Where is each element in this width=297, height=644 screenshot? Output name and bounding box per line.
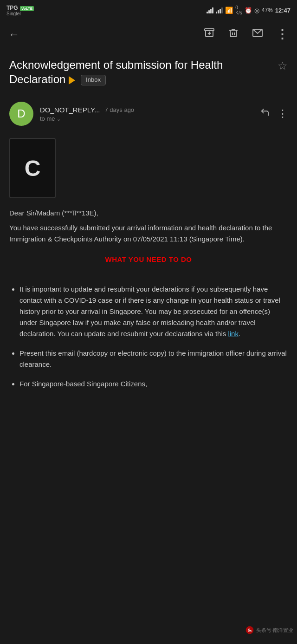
email-subject-row: Acknowledgement of submission for Health… (9, 58, 288, 86)
carrier-name: TPG VoLTE (6, 5, 34, 11)
watermark-icon: 头 (245, 625, 254, 635)
body-paragraph: You have successfully submitted your arr… (9, 222, 288, 245)
bullet-item-2-text: Present this email (hardcopy or electron… (19, 349, 287, 368)
signal-bars-1 (207, 7, 213, 13)
subject-text-line1: Acknowledgement of submission for Health… (9, 59, 223, 85)
sender-name-row: DO_NOT_REPLY... 7 days ago (40, 106, 253, 114)
network-name: Singtel (6, 11, 34, 16)
email-subject: Acknowledgement of submission for Health… (9, 58, 278, 86)
sender-name: DO_NOT_REPLY... (40, 106, 100, 114)
status-right: 📶 0K/s ⏰ ◎ 47% 12:47 (207, 5, 291, 15)
sender-row: D DO_NOT_REPLY... 7 days ago to me ⌄ ⋮ (0, 94, 297, 133)
list-item: It is important to update and resubmit y… (19, 284, 288, 339)
bullet-item-1-period: . (239, 330, 240, 338)
svg-text:头: 头 (247, 628, 252, 632)
list-item: For Singapore-based Singapore Citizens, (19, 378, 288, 390)
carrier-info: TPG VoLTE Singtel (6, 5, 34, 16)
bullet-list: It is important to update and resubmit y… (9, 284, 288, 390)
greeting-text: Dear Sir/Madam (***ĪĪ**13E), (9, 208, 288, 219)
more-options-button[interactable]: ⋮ (274, 26, 291, 44)
delete-button[interactable] (226, 26, 241, 43)
data-speed: 0K/s (235, 5, 242, 15)
action-bar-left: ← (6, 26, 21, 43)
email-body: Dear Sir/Madam (***ĪĪ**13E), You have su… (0, 203, 297, 407)
email-header: Acknowledgement of submission for Health… (0, 48, 297, 94)
sender-avatar: D (9, 102, 33, 126)
battery-level: 47% (262, 7, 273, 13)
alarm-icon: ⏰ (245, 7, 252, 14)
archive-button[interactable] (202, 26, 217, 43)
sender-info: DO_NOT_REPLY... 7 days ago to me ⌄ (40, 106, 253, 122)
svg-rect-0 (205, 29, 214, 31)
section-heading: WHAT YOU NEED TO DO (9, 254, 288, 265)
chevron-right-icon (69, 76, 75, 85)
sender-actions: ⋮ (260, 107, 288, 120)
bullet-item-3-text: For Singapore-based Singapore Citizens, (19, 380, 147, 388)
email-logo-image: C (9, 138, 56, 198)
nfc-icon: ◎ (254, 7, 259, 14)
watermark: 头 头条号·南洋置业 (245, 625, 293, 635)
watermark-text: 头条号·南洋置业 (256, 627, 293, 634)
resubmit-link[interactable]: link (228, 330, 239, 338)
wifi-icon: 📶 (225, 7, 233, 14)
sender-to[interactable]: to me ⌄ (40, 115, 253, 122)
status-bar: TPG VoLTE Singtel 📶 0K/s ⏰ ◎ 47% 12:47 (0, 0, 297, 20)
time-display: 12:47 (275, 7, 291, 14)
reply-button[interactable] (260, 107, 270, 120)
action-bar: ← ⋮ (0, 20, 297, 48)
email-logo-section: C (0, 133, 297, 203)
star-button[interactable]: ☆ (278, 59, 288, 72)
logo-letter: C (25, 156, 41, 181)
bullet-item-1-text: It is important to update and resubmit y… (19, 285, 280, 338)
volte-badge: VoLTE (20, 6, 34, 11)
action-bar-right: ⋮ (202, 26, 291, 44)
mail-button[interactable] (250, 26, 265, 43)
sender-time: 7 days ago (105, 106, 135, 113)
back-button[interactable]: ← (6, 26, 21, 43)
list-item: Present this email (hardcopy or electron… (19, 348, 288, 370)
signal-bars-2 (216, 7, 223, 13)
email-more-button[interactable]: ⋮ (278, 108, 288, 120)
inbox-badge[interactable]: Inbox (81, 75, 106, 85)
